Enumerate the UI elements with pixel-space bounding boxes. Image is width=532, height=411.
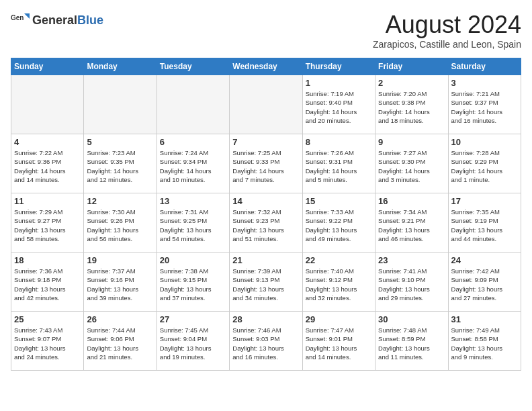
calendar-cell: 30Sunrise: 7:48 AM Sunset: 8:59 PM Dayli… — [375, 312, 448, 371]
day-number: 31 — [451, 314, 518, 324]
day-number: 6 — [160, 137, 226, 147]
day-info: Sunrise: 7:29 AM Sunset: 9:27 PM Dayligh… — [14, 208, 81, 243]
page-header: Gen GeneralBlue August 2024 Zarapicos, C… — [11, 11, 521, 50]
calendar-cell: 10Sunrise: 7:28 AM Sunset: 9:29 PM Dayli… — [448, 134, 521, 193]
day-number: 1 — [306, 78, 372, 88]
weekday-header-tuesday: Tuesday — [157, 58, 229, 75]
calendar-cell: 5Sunrise: 7:23 AM Sunset: 9:35 PM Daylig… — [84, 134, 157, 193]
day-info: Sunrise: 7:25 AM Sunset: 9:33 PM Dayligh… — [232, 148, 299, 184]
day-info: Sunrise: 7:27 AM Sunset: 9:30 PM Dayligh… — [378, 148, 445, 184]
svg-text:Gen: Gen — [11, 14, 24, 21]
calendar-cell — [157, 75, 229, 134]
day-info: Sunrise: 7:45 AM Sunset: 9:04 PM Dayligh… — [160, 326, 226, 361]
day-info: Sunrise: 7:21 AM Sunset: 9:37 PM Dayligh… — [451, 89, 518, 125]
weekday-header-row: SundayMondayTuesdayWednesdayThursdayFrid… — [11, 58, 521, 75]
day-info: Sunrise: 7:32 AM Sunset: 9:23 PM Dayligh… — [232, 208, 299, 243]
day-info: Sunrise: 7:48 AM Sunset: 8:59 PM Dayligh… — [378, 326, 445, 361]
day-number: 17 — [451, 196, 518, 206]
day-number: 14 — [232, 196, 299, 206]
day-info: Sunrise: 7:41 AM Sunset: 9:10 PM Dayligh… — [378, 267, 445, 302]
calendar-cell: 8Sunrise: 7:26 AM Sunset: 9:31 PM Daylig… — [302, 134, 375, 193]
day-number: 12 — [87, 196, 153, 206]
day-info: Sunrise: 7:34 AM Sunset: 9:21 PM Dayligh… — [378, 208, 445, 243]
calendar-cell: 1Sunrise: 7:19 AM Sunset: 9:40 PM Daylig… — [302, 75, 375, 134]
day-number: 8 — [306, 137, 372, 147]
weekday-header-monday: Monday — [84, 58, 157, 75]
day-info: Sunrise: 7:30 AM Sunset: 9:26 PM Dayligh… — [87, 208, 153, 243]
day-number: 25 — [14, 314, 81, 324]
day-info: Sunrise: 7:46 AM Sunset: 9:03 PM Dayligh… — [232, 326, 299, 361]
day-info: Sunrise: 7:42 AM Sunset: 9:09 PM Dayligh… — [451, 267, 518, 302]
calendar-cell: 9Sunrise: 7:27 AM Sunset: 9:30 PM Daylig… — [375, 134, 448, 193]
calendar-cell: 25Sunrise: 7:43 AM Sunset: 9:07 PM Dayli… — [11, 312, 84, 371]
day-info: Sunrise: 7:36 AM Sunset: 9:18 PM Dayligh… — [14, 267, 81, 302]
day-info: Sunrise: 7:44 AM Sunset: 9:06 PM Dayligh… — [87, 326, 153, 361]
calendar-week-row: 4Sunrise: 7:22 AM Sunset: 9:36 PM Daylig… — [11, 134, 521, 193]
day-info: Sunrise: 7:31 AM Sunset: 9:25 PM Dayligh… — [160, 208, 226, 243]
calendar-cell: 29Sunrise: 7:47 AM Sunset: 9:01 PM Dayli… — [302, 312, 375, 371]
calendar-week-row: 25Sunrise: 7:43 AM Sunset: 9:07 PM Dayli… — [11, 312, 521, 371]
calendar-week-row: 18Sunrise: 7:36 AM Sunset: 9:18 PM Dayli… — [11, 253, 521, 312]
day-number: 28 — [232, 314, 299, 324]
logo: Gen GeneralBlue — [11, 11, 103, 30]
calendar-cell: 16Sunrise: 7:34 AM Sunset: 9:21 PM Dayli… — [375, 193, 448, 253]
logo-icon: Gen — [11, 11, 30, 30]
weekday-header-wednesday: Wednesday — [230, 58, 302, 75]
day-info: Sunrise: 7:38 AM Sunset: 9:15 PM Dayligh… — [160, 267, 226, 302]
calendar-cell: 13Sunrise: 7:31 AM Sunset: 9:25 PM Dayli… — [157, 193, 229, 253]
title-block: August 2024 Zarapicos, Castille and Leon… — [373, 11, 521, 50]
calendar-week-row: 11Sunrise: 7:29 AM Sunset: 9:27 PM Dayli… — [11, 193, 521, 253]
calendar-cell: 19Sunrise: 7:37 AM Sunset: 9:16 PM Dayli… — [84, 253, 157, 312]
day-number: 21 — [232, 255, 299, 265]
day-info: Sunrise: 7:43 AM Sunset: 9:07 PM Dayligh… — [14, 326, 81, 361]
calendar-cell: 2Sunrise: 7:20 AM Sunset: 9:38 PM Daylig… — [375, 75, 448, 134]
day-number: 29 — [306, 314, 372, 324]
day-info: Sunrise: 7:20 AM Sunset: 9:38 PM Dayligh… — [378, 89, 445, 125]
calendar-cell: 7Sunrise: 7:25 AM Sunset: 9:33 PM Daylig… — [230, 134, 302, 193]
day-info: Sunrise: 7:28 AM Sunset: 9:29 PM Dayligh… — [451, 148, 518, 184]
day-number: 11 — [14, 196, 81, 206]
day-number: 2 — [378, 78, 445, 88]
day-info: Sunrise: 7:39 AM Sunset: 9:13 PM Dayligh… — [232, 267, 299, 302]
day-info: Sunrise: 7:26 AM Sunset: 9:31 PM Dayligh… — [306, 148, 372, 184]
calendar-cell: 17Sunrise: 7:35 AM Sunset: 9:19 PM Dayli… — [448, 193, 521, 253]
day-info: Sunrise: 7:35 AM Sunset: 9:19 PM Dayligh… — [451, 208, 518, 243]
calendar-cell: 20Sunrise: 7:38 AM Sunset: 9:15 PM Dayli… — [157, 253, 229, 312]
day-info: Sunrise: 7:47 AM Sunset: 9:01 PM Dayligh… — [306, 326, 372, 361]
calendar-cell — [230, 75, 302, 134]
calendar-cell — [11, 75, 84, 134]
weekday-header-saturday: Saturday — [448, 58, 521, 75]
weekday-header-thursday: Thursday — [302, 58, 375, 75]
svg-marker-1 — [24, 13, 30, 19]
day-number: 10 — [451, 137, 518, 147]
day-number: 22 — [306, 255, 372, 265]
calendar-cell: 24Sunrise: 7:42 AM Sunset: 9:09 PM Dayli… — [448, 253, 521, 312]
day-number: 24 — [451, 255, 518, 265]
logo-text-general: General — [32, 13, 77, 27]
calendar-cell: 14Sunrise: 7:32 AM Sunset: 9:23 PM Dayli… — [230, 193, 302, 253]
calendar-cell: 11Sunrise: 7:29 AM Sunset: 9:27 PM Dayli… — [11, 193, 84, 253]
location-subtitle: Zarapicos, Castille and Leon, Spain — [373, 39, 521, 50]
day-number: 15 — [306, 196, 372, 206]
day-number: 23 — [378, 255, 445, 265]
day-number: 16 — [378, 196, 445, 206]
calendar-cell: 3Sunrise: 7:21 AM Sunset: 9:37 PM Daylig… — [448, 75, 521, 134]
calendar-cell: 27Sunrise: 7:45 AM Sunset: 9:04 PM Dayli… — [157, 312, 229, 371]
calendar-cell: 31Sunrise: 7:49 AM Sunset: 8:58 PM Dayli… — [448, 312, 521, 371]
calendar-cell: 12Sunrise: 7:30 AM Sunset: 9:26 PM Dayli… — [84, 193, 157, 253]
month-year-title: August 2024 — [373, 11, 521, 39]
day-info: Sunrise: 7:40 AM Sunset: 9:12 PM Dayligh… — [306, 267, 372, 302]
day-info: Sunrise: 7:33 AM Sunset: 9:22 PM Dayligh… — [306, 208, 372, 243]
day-number: 3 — [451, 78, 518, 88]
logo-text-blue: Blue — [77, 13, 103, 27]
calendar-cell: 4Sunrise: 7:22 AM Sunset: 9:36 PM Daylig… — [11, 134, 84, 193]
calendar-cell: 6Sunrise: 7:24 AM Sunset: 9:34 PM Daylig… — [157, 134, 229, 193]
day-number: 9 — [378, 137, 445, 147]
day-number: 19 — [87, 255, 153, 265]
day-number: 4 — [14, 137, 81, 147]
calendar-cell: 26Sunrise: 7:44 AM Sunset: 9:06 PM Dayli… — [84, 312, 157, 371]
calendar-cell: 15Sunrise: 7:33 AM Sunset: 9:22 PM Dayli… — [302, 193, 375, 253]
calendar-cell: 18Sunrise: 7:36 AM Sunset: 9:18 PM Dayli… — [11, 253, 84, 312]
calendar-cell — [84, 75, 157, 134]
day-info: Sunrise: 7:24 AM Sunset: 9:34 PM Dayligh… — [160, 148, 226, 184]
